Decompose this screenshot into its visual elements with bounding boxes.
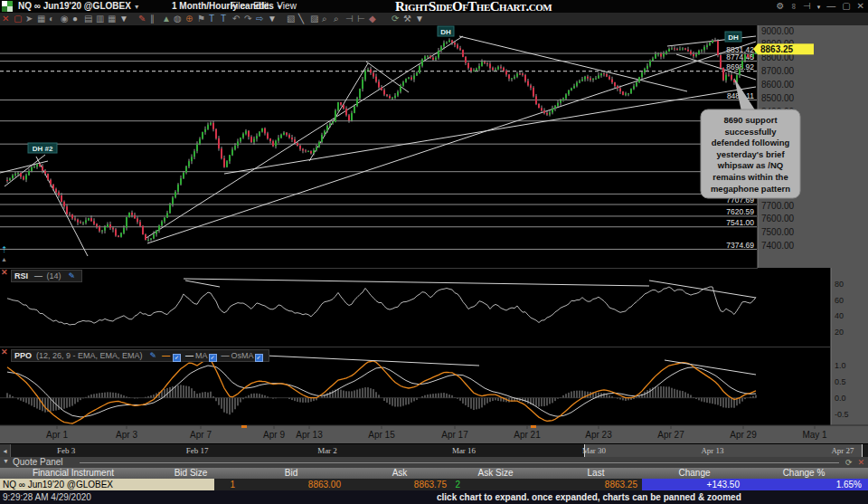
svg-text:Apr 9: Apr 9 bbox=[263, 430, 285, 440]
scrollbar-date-label: Apr 13 bbox=[701, 446, 723, 455]
menu-view[interactable]: View bbox=[277, 1, 297, 11]
svg-text:Apr 23: Apr 23 bbox=[585, 430, 612, 440]
ma-label: MA bbox=[195, 351, 208, 360]
edit-study-icon[interactable]: ✎ bbox=[69, 271, 76, 281]
svg-text:7541.00: 7541.00 bbox=[726, 218, 754, 227]
quote-panel-titlebar[interactable]: ▼ Quote Panel ⟳✕ bbox=[0, 457, 868, 468]
ppo-checkbox[interactable]: ✓ bbox=[173, 354, 181, 362]
svg-text:successfully: successfully bbox=[724, 127, 777, 137]
quote-value: 8863.25 bbox=[605, 479, 637, 490]
svg-text:megaphone pattern: megaphone pattern bbox=[711, 184, 790, 194]
toolbar-icon[interactable]: ➤ bbox=[25, 13, 33, 25]
change-cell-highlight bbox=[642, 479, 868, 490]
column-header[interactable]: Ask bbox=[392, 468, 408, 478]
ppo-header[interactable]: PPO(12, 26, 9 - EMA, EMA, EMA)✎—✓—MA✓—Os… bbox=[11, 349, 269, 362]
trading-platform-window: NQ ∞ Jun19'20 @GLOBEX ▼ 1 Month/Hourly c… bbox=[0, 0, 868, 504]
close-icon[interactable]: ✕ bbox=[857, 458, 864, 467]
toolbar-icon[interactable]: ▼ bbox=[268, 13, 277, 25]
toolbar-icon[interactable]: ✕ bbox=[2, 13, 9, 25]
ma-checkbox[interactable]: ✓ bbox=[209, 354, 217, 362]
last-price-badge: 8863.25 bbox=[753, 43, 814, 54]
toolbar-icon[interactable]: T bbox=[209, 13, 214, 25]
toolbar-icon[interactable]: ▦ bbox=[37, 13, 45, 25]
unpin-icon[interactable]: ⊣▾ bbox=[803, 1, 820, 11]
collapse-triangle-icon[interactable]: ▼ bbox=[3, 458, 9, 464]
ppo-close-icon[interactable]: ✕ bbox=[1, 347, 9, 357]
toolbar-icon[interactable]: ▥ bbox=[96, 13, 104, 25]
svg-text:80: 80 bbox=[835, 280, 844, 289]
refresh-icon[interactable]: ⟳ bbox=[845, 458, 853, 467]
svg-text:DH #2: DH #2 bbox=[33, 145, 53, 153]
toolbar-icon[interactable]: ● bbox=[72, 13, 78, 25]
toolbar-icon[interactable]: ◉ bbox=[61, 13, 69, 25]
quote-value: 8863.00 bbox=[308, 479, 341, 490]
toolbar-icon[interactable]: ↷ bbox=[244, 13, 251, 25]
toolbar-icon[interactable]: ▢ bbox=[14, 13, 22, 25]
column-header[interactable]: Change % bbox=[783, 468, 826, 478]
toolbar-icon[interactable]: ⇨ bbox=[256, 13, 263, 25]
column-header[interactable]: Last bbox=[588, 468, 605, 478]
toolbar-icon[interactable]: ◐ bbox=[49, 13, 54, 25]
toolbar-icon[interactable]: ⚑ bbox=[197, 13, 205, 25]
quote-table-row[interactable]: NQ ∞ Jun19'20 @GLOBEX 18863.008863.75288… bbox=[0, 479, 868, 490]
rsi-header[interactable]: RSI— (14)✎ bbox=[11, 270, 82, 282]
toolbar-icon[interactable]: ✎ bbox=[138, 13, 146, 25]
edit-study-icon[interactable]: ✎ bbox=[150, 351, 157, 360]
drawing-toolbar: ✕▢➤▦◐◉●▤▥▦▼✎∥▲◍⊕⚑TT↶↷⇨▼▧╲▨⌕⌕⊣⊢◆⟳⚒▼ bbox=[0, 13, 868, 26]
toolbar-icon[interactable]: ▼ bbox=[119, 13, 128, 25]
svg-text:Apr 3: Apr 3 bbox=[116, 430, 137, 440]
toolbar-icon[interactable]: ╲ bbox=[298, 13, 304, 25]
toolbar-icon[interactable]: ▲ bbox=[162, 13, 171, 25]
svg-text:yesterday's brief: yesterday's brief bbox=[716, 149, 785, 159]
toolbar-icon[interactable]: ▨ bbox=[310, 13, 318, 25]
quote-value: +143.50 bbox=[707, 479, 740, 490]
toolbar-icon[interactable]: ⊣ bbox=[345, 13, 354, 25]
link-icon[interactable]: ∞ bbox=[789, 4, 798, 9]
column-header[interactable]: Bid bbox=[285, 468, 297, 478]
svg-text:remains within the: remains within the bbox=[712, 172, 788, 182]
gear-icon[interactable]: ⚙ bbox=[777, 1, 785, 11]
column-header[interactable]: Ask Size bbox=[478, 468, 514, 478]
toolbar-icon[interactable]: ▦ bbox=[108, 13, 116, 25]
toolbar-icon[interactable]: ⊢ bbox=[357, 13, 365, 25]
toolbar-icon[interactable]: ∥ bbox=[150, 13, 155, 25]
svg-text:0.5: 0.5 bbox=[835, 377, 846, 386]
toolbar-icon[interactable]: ⚒ bbox=[403, 13, 411, 25]
svg-text:8500.00: 8500.00 bbox=[761, 93, 795, 103]
scrollbar-left-arrow-icon[interactable]: ◂ bbox=[0, 444, 11, 458]
svg-text:Apr 17: Apr 17 bbox=[441, 430, 468, 440]
minimize-icon[interactable]: — bbox=[826, 1, 835, 11]
symbol-selector[interactable]: NQ ∞ Jun19'20 @GLOBEX ▼ bbox=[18, 1, 140, 11]
menu-edit[interactable]: Edit bbox=[253, 1, 269, 11]
osma-checkbox[interactable]: ✓ bbox=[255, 354, 263, 362]
toolbar-icon[interactable]: ↶ bbox=[232, 13, 240, 25]
time-axis[interactable]: Apr 1Apr 3Apr 7Apr 9Apr 13Apr 15Apr 17Ap… bbox=[0, 425, 868, 443]
range-scrollbar[interactable]: ◂ Feb 3Feb 17Mar 2Mar 16Mar 30Apr 13Apr … bbox=[0, 443, 868, 458]
price-axis[interactable]: 9000.008900.008800.008700.008600.008500.… bbox=[758, 25, 868, 425]
toolbar-icon[interactable]: ▤ bbox=[84, 13, 92, 25]
maximize-icon[interactable]: ▢ bbox=[842, 1, 850, 11]
toolbar-icon[interactable]: ⌕ bbox=[334, 13, 339, 25]
toolbar-icon[interactable]: ▼ bbox=[415, 13, 424, 25]
toolbar-icon[interactable]: ⟳ bbox=[392, 13, 399, 25]
chevron-down-icon: ▼ bbox=[134, 4, 140, 10]
quote-value: 1 bbox=[230, 479, 235, 490]
scrollbar-date-label: Apr 27 bbox=[831, 446, 854, 455]
column-header[interactable]: Financial Instrument bbox=[33, 468, 114, 478]
column-header[interactable]: Bid Size bbox=[175, 468, 208, 478]
rsi-close-icon[interactable]: ✕ bbox=[1, 268, 9, 277]
close-icon[interactable]: ✕ bbox=[857, 1, 864, 11]
chart-canvas[interactable]: 9000.008900.008800.008700.008600.008500.… bbox=[0, 25, 868, 443]
scrollbar-date-label: Mar 16 bbox=[452, 446, 476, 455]
scrollbar-date-label: Mar 2 bbox=[317, 446, 337, 455]
toolbar-icon[interactable]: ▧ bbox=[287, 13, 295, 25]
column-header[interactable]: Change bbox=[678, 468, 710, 478]
toolbar-icon[interactable]: ⌕ bbox=[322, 13, 327, 25]
toolbar-icon[interactable]: T bbox=[221, 13, 226, 25]
svg-text:7620.59: 7620.59 bbox=[726, 207, 754, 216]
toolbar-icon[interactable]: ◆ bbox=[369, 13, 376, 25]
toolbar-icon[interactable]: ⊕ bbox=[185, 13, 193, 25]
toolbar-icon[interactable]: ◍ bbox=[174, 13, 182, 25]
instrument-cell[interactable]: NQ ∞ Jun19'20 @GLOBEX bbox=[0, 479, 214, 490]
menu-file[interactable]: File bbox=[231, 1, 245, 11]
